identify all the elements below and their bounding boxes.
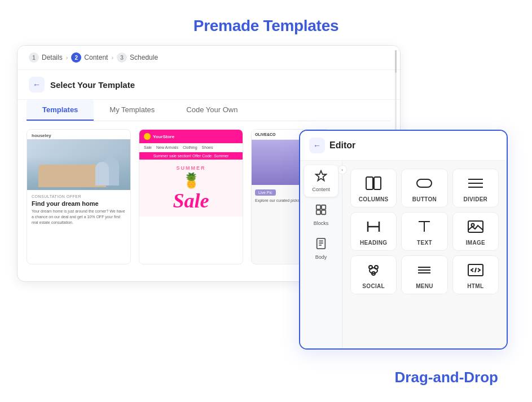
divider-icon [467, 176, 484, 193]
grid-label-heading: HEADING [360, 240, 387, 246]
breadcrumb-step-content: 2 Content [71, 52, 108, 63]
template-house-offer: CONSULTATION OFFER [32, 195, 126, 198]
sidebar-label-content: Content [312, 187, 330, 192]
button-icon [416, 176, 433, 193]
sidebar-wrapper-content: Content › [300, 165, 342, 197]
text-icon [416, 219, 433, 236]
blocks-icon [315, 204, 327, 219]
heading-icon [365, 219, 382, 236]
svg-marker-0 [316, 171, 326, 180]
grid-item-menu[interactable]: MENU [401, 255, 447, 294]
template-house-text: Your dream home is just around the corne… [32, 209, 126, 225]
svg-line-30 [475, 268, 476, 272]
template-sale-body: SUMMER 🍍 Sale [139, 160, 243, 217]
svg-rect-20 [468, 221, 483, 232]
template-header-title: Select Your Template [50, 80, 135, 90]
svg-point-25 [370, 268, 377, 273]
breadcrumb-number-2: 2 [71, 52, 81, 63]
grid-item-html[interactable]: HTML [452, 255, 499, 294]
editor-body: Content › Blocks [300, 161, 507, 349]
template-sale-promo: Summer sale section! Offer Code: Summer [139, 152, 243, 160]
svg-rect-1 [316, 205, 320, 209]
sidebar-label-body: Body [315, 254, 327, 260]
template-sale-header: YourStore [139, 130, 243, 143]
svg-rect-9 [366, 177, 373, 189]
editor-sidebar: Content › Blocks [300, 161, 342, 349]
editor-card: ← Editor Content › [299, 130, 508, 350]
svg-rect-11 [417, 179, 432, 187]
breadcrumb-label-content: Content [84, 54, 108, 61]
grid-label-button: BUTTON [412, 196, 437, 202]
grid-label-social: SOCIAL [362, 283, 385, 289]
template-item-house[interactable]: houseley CONSULTATION OFFER Find your dr… [27, 129, 131, 264]
grid-item-text[interactable]: TEXT [401, 212, 447, 251]
template-sale-brand: YourStore [153, 134, 174, 139]
back-button[interactable]: ← [29, 77, 45, 92]
tab-templates[interactable]: Templates [27, 100, 94, 121]
html-icon [467, 263, 484, 280]
grid-item-columns[interactable]: COLUMNS [350, 169, 397, 207]
breadcrumb-number-1: 1 [29, 52, 39, 63]
content-icon [315, 170, 327, 185]
columns-icon [365, 176, 382, 193]
template-house-headline: Find your dream home [32, 200, 126, 207]
grid-label-divider: DIVIDER [463, 196, 487, 202]
breadcrumb: 1 Details › 2 Content › 3 Schedule [17, 46, 400, 70]
template-sale-nav: SaleNew ArrivalsClothingShoes [139, 143, 243, 152]
grid-label-menu: MENU [416, 283, 433, 289]
template-third-badge: Live Pic [255, 189, 276, 196]
grid-label-columns: COLUMNS [359, 196, 389, 202]
svg-point-21 [471, 224, 474, 227]
svg-rect-2 [322, 205, 326, 209]
breadcrumb-number-3: 3 [117, 52, 127, 63]
grid-label-image: IMAGE [466, 240, 485, 246]
template-sale-season: SUMMER [145, 165, 237, 171]
tab-bar: Templates My Templates Code Your Own [27, 100, 391, 121]
sidebar-chevron-content: › [338, 165, 347, 174]
grid-item-divider[interactable]: DIVIDER [452, 169, 499, 207]
tab-my-templates[interactable]: My Templates [94, 100, 170, 121]
breadcrumb-label-schedule: Schedule [130, 54, 158, 61]
breadcrumb-chevron-1: › [66, 54, 68, 61]
svg-rect-10 [374, 177, 381, 189]
grid-item-image[interactable]: IMAGE [452, 212, 499, 251]
template-sale-text: Sale [145, 191, 237, 211]
sidebar-label-blocks: Blocks [314, 220, 329, 226]
grid-item-button[interactable]: BUTTON [401, 169, 447, 207]
template-brand-house: houseley [27, 130, 130, 139]
page-bottom-title: Drag-and-Drop [395, 369, 498, 386]
tab-code-your-own[interactable]: Code Your Own [170, 100, 253, 121]
social-icon [365, 263, 382, 280]
editor-content-grid: COLUMNS BUTTON [342, 161, 507, 349]
template-item-sale[interactable]: YourStore SaleNew ArrivalsClothingShoes … [139, 129, 243, 264]
sidebar-item-content[interactable]: Content [304, 165, 338, 197]
editor-title: Editor [329, 140, 355, 151]
page-main-title: Premade Templates [0, 0, 532, 35]
grid-label-html: HTML [467, 283, 483, 289]
menu-icon [416, 263, 433, 280]
template-header: ← Select Your Template [17, 70, 400, 100]
image-icon [467, 219, 484, 236]
template-house-image [27, 139, 130, 190]
body-icon [315, 237, 327, 253]
grid-label-text: TEXT [417, 240, 432, 246]
sidebar-item-blocks[interactable]: Blocks [304, 199, 338, 231]
grid-item-social[interactable]: SOCIAL [350, 255, 397, 294]
svg-rect-3 [316, 210, 320, 214]
sale-logo-dot [144, 133, 151, 140]
breadcrumb-chevron-2: › [111, 54, 113, 61]
svg-rect-4 [322, 210, 326, 214]
editor-back-button[interactable]: ← [309, 138, 325, 153]
breadcrumb-step-details: 1 Details [29, 52, 63, 63]
editor-header: ← Editor [300, 131, 507, 161]
sidebar-item-body[interactable]: Body [304, 233, 338, 264]
breadcrumb-step-schedule: 3 Schedule [117, 52, 158, 63]
breadcrumb-label-details: Details [42, 54, 63, 61]
grid-item-heading[interactable]: HEADING [350, 212, 397, 251]
